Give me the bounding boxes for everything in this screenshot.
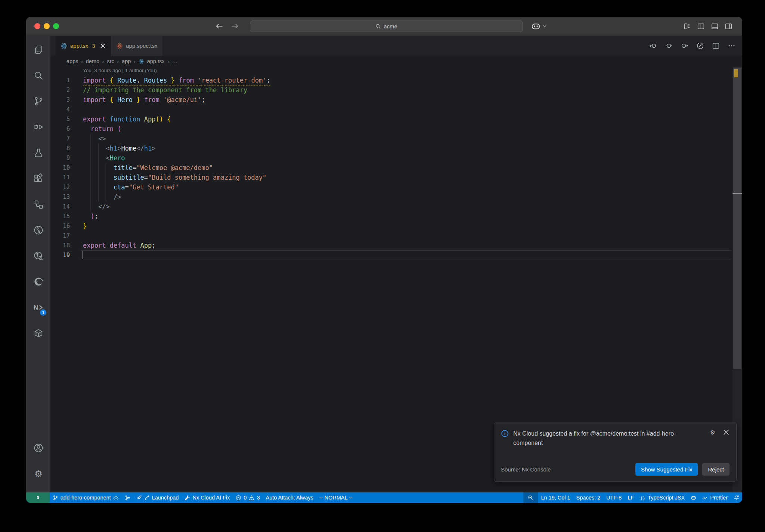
code-line-13[interactable]: 13 /> <box>50 192 733 202</box>
navigate-back-button[interactable] <box>215 22 223 30</box>
breadcrumb-item[interactable]: demo <box>86 58 99 64</box>
commit-graph-status[interactable] <box>122 492 133 503</box>
breadcrumb-separator: › <box>134 59 135 64</box>
tab-app-spec-tsx[interactable]: app.spec.tsx <box>111 36 162 56</box>
code-line-2[interactable]: 2// importing the component from the lib… <box>50 85 733 95</box>
navigate-back-change-button[interactable] <box>649 42 657 50</box>
split-editor-button[interactable] <box>712 42 720 50</box>
activity-bar-item-accounts[interactable] <box>26 435 50 461</box>
code-line-8[interactable]: 8 <h1>Home</h1> <box>50 143 733 153</box>
close-tab-button[interactable] <box>100 43 106 49</box>
gear-icon[interactable]: ⚙ <box>709 429 716 436</box>
traffic-lights <box>34 17 59 35</box>
encoding-status[interactable]: UTF-8 <box>603 492 625 503</box>
more-actions-button[interactable] <box>728 42 735 50</box>
code-line-1[interactable]: 1import { Route, Routes } from 'react-ro… <box>50 75 733 85</box>
code-line-15[interactable]: 15 ); <box>50 211 733 221</box>
breadcrumb[interactable]: apps›demo›src›app›app.tsx›… <box>50 56 742 67</box>
gitlens-launchpad-status[interactable]: Launchpad <box>133 492 182 503</box>
indentation-status[interactable]: Spaces: 2 <box>573 492 604 503</box>
code-line-3[interactable]: 3import { Hero } from '@acme/ui'; <box>50 95 733 105</box>
code-line-17[interactable]: 17 <box>50 231 733 241</box>
activity-bar-item-run-and-debug[interactable] <box>26 114 50 140</box>
cursor-position-status[interactable]: Ln 19, Col 1 <box>538 492 573 503</box>
zoom-indicator[interactable] <box>523 492 538 503</box>
eol-status[interactable]: LF <box>625 492 637 503</box>
activity-bar-item-project-graph[interactable] <box>26 191 50 217</box>
close-window-button[interactable] <box>34 23 40 29</box>
code-line-4[interactable]: 4 <box>50 105 733 114</box>
breadcrumb-item[interactable]: app <box>122 58 131 64</box>
breadcrumb-file[interactable]: app.tsx <box>147 58 165 64</box>
code-line-10[interactable]: 10 title="Welcmoe @acme/demo" <box>50 163 733 173</box>
line-number: 13 <box>50 192 70 202</box>
activity-bar-item-testing[interactable] <box>26 140 50 166</box>
code-line-14[interactable]: 14 </> <box>50 202 733 211</box>
code-line-11[interactable]: 11 subtitle="Build something amazing tod… <box>50 173 733 182</box>
problems-status[interactable]: 03 <box>233 492 263 503</box>
zoom-window-button[interactable] <box>53 23 59 29</box>
notification-toast: Nx Cloud suggested a fix for @acme/demo:… <box>494 423 737 482</box>
line-number: 19 <box>50 250 70 260</box>
code-line-6[interactable]: 6 return ( <box>50 124 733 134</box>
code-line-12[interactable]: 12 cta="Get Started" <box>50 182 733 192</box>
code-line-19[interactable]: 19 <box>50 250 733 260</box>
code-line-7[interactable]: 7 <> <box>50 134 733 143</box>
activity-bar-item-nx-console[interactable]: N1 <box>26 294 50 320</box>
code-line-9[interactable]: 9 <Hero <box>50 153 733 163</box>
remote-indicator[interactable] <box>26 492 50 503</box>
activity-bar-item-search[interactable] <box>26 62 50 88</box>
breadcrumb-item[interactable]: src <box>107 58 114 64</box>
toggle-primary-sidebar-button[interactable] <box>697 22 705 30</box>
activity-bar-item-gitlens[interactable] <box>26 217 50 243</box>
navigate-forward-button[interactable] <box>231 22 239 30</box>
show-suggested-fix-button[interactable]: Show Suggested Fix <box>635 463 698 476</box>
navigate-forward-change-button[interactable] <box>681 42 688 50</box>
nx-cloud-ai-fix-status[interactable]: Nx Cloud AI Fix <box>182 492 233 503</box>
gitlens-icon <box>33 225 44 235</box>
customize-layout-button[interactable] <box>683 22 691 30</box>
gitlens-inspect-icon <box>33 251 44 261</box>
line-number: 10 <box>50 163 70 173</box>
line-content: export default App; <box>83 241 156 250</box>
language-mode-status[interactable]: {}TypeScript JSX <box>637 492 688 503</box>
search-value: acme <box>384 23 397 30</box>
graph-icon <box>125 495 130 501</box>
gitlens-graph-button[interactable] <box>696 42 704 50</box>
activity-bar-item-explorer[interactable] <box>26 37 50 62</box>
close-icon[interactable] <box>723 429 730 436</box>
breadcrumb-item[interactable]: apps <box>66 58 78 64</box>
code-line-18[interactable]: 18export default App; <box>50 241 733 250</box>
label: add-hero-component <box>61 495 111 501</box>
auto-attach-status[interactable]: Auto Attach: Always <box>263 492 316 503</box>
tab-app-tsx[interactable]: app.tsx3 <box>55 36 111 56</box>
activity-bar-item-extensions[interactable] <box>26 166 50 191</box>
scrollbar-thumb[interactable] <box>733 68 741 369</box>
activity-bar-item-edge-browser[interactable] <box>26 269 50 294</box>
line-number: 16 <box>50 221 70 231</box>
tab-problems-badge: 3 <box>92 43 95 49</box>
copilot-menu-button[interactable] <box>531 17 547 35</box>
code-line-5[interactable]: 5export function App() { <box>50 114 733 124</box>
reject-button[interactable]: Reject <box>702 463 730 476</box>
minimize-window-button[interactable] <box>44 23 50 29</box>
prettier-status[interactable]: Prettier <box>699 492 731 503</box>
tab-label: app.tsx <box>70 43 88 49</box>
vim-mode-status[interactable]: -- NORMAL -- <box>316 492 356 503</box>
activity-bar-item-containers[interactable] <box>26 320 50 346</box>
activity-bar-item-settings[interactable]: ⚙ <box>26 461 50 486</box>
debug-icon <box>33 122 44 132</box>
code-line-16[interactable]: 16} <box>50 221 733 231</box>
copilot-status[interactable] <box>688 492 699 503</box>
search-big-icon <box>33 70 44 81</box>
line-number: 12 <box>50 182 70 192</box>
activity-bar-item-source-control[interactable] <box>26 88 50 114</box>
toggle-panel-button[interactable] <box>711 22 719 30</box>
toggle-secondary-sidebar-button[interactable] <box>725 22 733 30</box>
activity-bar-item-gitlens-inspect[interactable] <box>26 243 50 269</box>
breadcrumb-symbol[interactable]: … <box>172 58 178 64</box>
current-change-button[interactable] <box>665 42 673 50</box>
notifications-bell[interactable] <box>731 492 742 503</box>
command-center-search[interactable]: acme <box>250 21 523 32</box>
git-branch-status[interactable]: add-hero-component <box>50 492 122 503</box>
